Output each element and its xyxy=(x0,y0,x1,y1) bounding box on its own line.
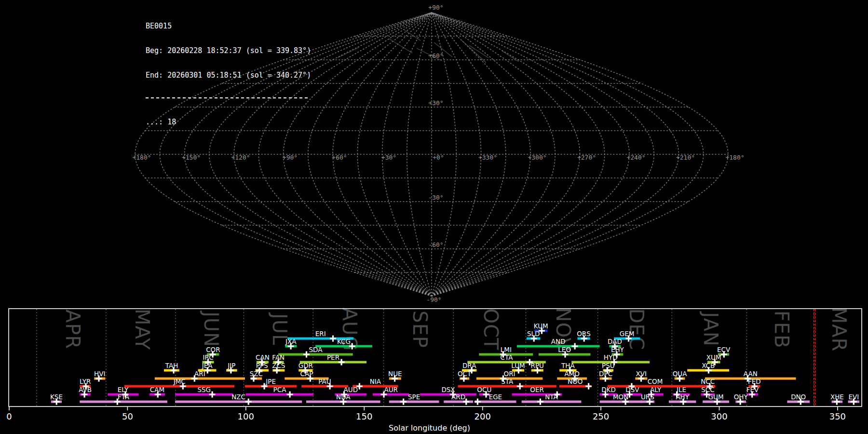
shower-bar-KCG xyxy=(315,345,372,348)
shower-code-label-SSG: SSG xyxy=(197,386,211,393)
shower-code-label-LUM: LUM xyxy=(511,362,525,369)
shower-code-label-JPE: JPE xyxy=(265,378,276,385)
session-id: BE0015 xyxy=(146,22,311,30)
shower-code-label-SCC: SCC xyxy=(701,386,714,393)
map-longitude-label: +180° xyxy=(132,154,151,161)
shower-code-label-FEV: FEV xyxy=(746,386,759,393)
shower-code-label-XHE: XHE xyxy=(830,393,844,401)
month-label: JUN xyxy=(200,310,222,347)
month-label: FEB xyxy=(771,311,793,349)
month-label: MAY xyxy=(131,309,153,350)
shower-code-label-GDR: GDR xyxy=(298,362,313,369)
shower-code-label-AUR: AUR xyxy=(384,386,398,393)
x-axis-tick-label: 200 xyxy=(475,411,491,421)
map-longitude-label: +300° xyxy=(528,154,546,161)
shower-code-label-DSX: DSX xyxy=(441,386,455,393)
shower-code-label-OCU: OCU xyxy=(477,386,491,393)
shower-code-label-PSU: PSU xyxy=(602,362,615,369)
separator-dashed-line xyxy=(146,97,308,98)
shower-peak-marker-PCA xyxy=(287,392,293,398)
map-latitude-label: -60° xyxy=(428,241,443,248)
shower-code-label-IRC: IRC xyxy=(203,353,213,361)
shower-code-label-ALY: ALY xyxy=(650,386,662,393)
shower-bar-SPE xyxy=(389,401,439,403)
shower-code-label-GUM: GUM xyxy=(708,393,724,401)
shower-code-label-AUD: AUD xyxy=(344,386,358,393)
shower-code-label-CTA: CTA xyxy=(501,353,514,361)
shower-code-label-PAU: PAU xyxy=(318,378,331,385)
shower-code-label-OHY: OHY xyxy=(734,393,748,401)
shower-code-label-MON: MON xyxy=(613,393,628,401)
shower-code-label-JXA: JXA xyxy=(285,338,297,345)
shower-peak-marker-NZC xyxy=(245,399,252,405)
shower-code-label-RPU: RPU xyxy=(531,362,544,369)
month-label: OCT xyxy=(480,309,502,351)
shower-peak-marker-NOO xyxy=(585,383,592,390)
shower-code-label-GEM: GEM xyxy=(620,330,635,338)
shower-code-label-EGE: EGE xyxy=(489,393,502,401)
shower-code-label-DKD: DKD xyxy=(601,386,616,393)
shower-code-label-PCA: PCA xyxy=(273,386,287,393)
shower-code-label-NCC: NCC xyxy=(701,378,715,385)
month-label: JAN xyxy=(700,311,722,346)
shower-code-label-EVI: EVI xyxy=(848,393,859,401)
info-header: BE0015 Beg: 20260228 18:52:37 (sol = 339… xyxy=(146,6,311,143)
shower-bar-PCA xyxy=(246,393,313,396)
shower-code-label-NDA: NDA xyxy=(336,393,351,401)
shower-code-label-DSV: DSV xyxy=(625,386,639,393)
shower-code-label-SZC: SZC xyxy=(250,370,263,378)
sky-map-and-activity-chart: +180°+150°+120°+90°+60°+30°+0°+330°+300°… xyxy=(0,0,868,434)
session-count: ...: 18 xyxy=(146,118,311,126)
shower-code-label-JEA: JEA xyxy=(202,362,213,369)
shower-code-label-ECV: ECV xyxy=(717,346,731,353)
map-pole-top-label: +90° xyxy=(428,4,443,11)
shower-bar-ARI xyxy=(155,378,245,380)
shower-code-label-QUA: QUA xyxy=(673,370,688,378)
shower-code-label-KUM: KUM xyxy=(534,322,548,330)
shower-code-label-DAD: DAD xyxy=(608,338,622,345)
shower-code-label-ARI: ARI xyxy=(194,370,205,378)
shower-code-label-NIA: NIA xyxy=(370,378,381,385)
shower-code-label-DPC: DPC xyxy=(599,370,612,378)
shower-bar-SSG xyxy=(175,393,233,396)
map-longitude-label: +60° xyxy=(332,154,347,161)
map-longitude-label: +30° xyxy=(381,154,396,161)
shower-code-label-AND: AND xyxy=(551,338,566,345)
shower-code-label-KCG: KCG xyxy=(337,338,351,345)
shower-code-label-JLE: JLE xyxy=(676,386,686,393)
shower-code-label-STA: STA xyxy=(501,378,514,385)
shower-bar-NTA xyxy=(522,401,582,403)
shower-code-label-JIP: JIP xyxy=(227,362,235,369)
map-longitude-label: +210° xyxy=(676,154,695,161)
map-longitude-label: +150° xyxy=(182,154,201,161)
shower-code-label-FAN: FAN xyxy=(272,353,285,361)
x-axis-tick-label: 100 xyxy=(238,411,254,421)
shower-code-label-NZC: NZC xyxy=(231,393,245,401)
shower-code-label-SLD: SLD xyxy=(527,330,540,338)
meteor-shower-plot: +180°+150°+120°+90°+60°+30°+0°+330°+300°… xyxy=(0,0,868,434)
shower-code-label-FTA: FTA xyxy=(118,393,130,401)
shower-code-label-AAN: AAN xyxy=(744,370,758,378)
month-label: SEP xyxy=(409,311,431,348)
map-pole-bottom-label: -90° xyxy=(426,296,441,303)
shower-code-label-DRA: DRA xyxy=(462,362,476,369)
session-end: End: 20260301 05:18:51 (sol = 340.27°) xyxy=(146,71,311,80)
shower-code-label-ARD: ARD xyxy=(451,393,465,401)
meteor-track-line xyxy=(338,47,359,58)
shower-code-label-XUM: XUM xyxy=(706,353,721,361)
shower-peak-marker-SPE xyxy=(400,399,407,405)
shower-bar-MON xyxy=(600,401,642,403)
map-longitude-label: +270° xyxy=(577,154,596,161)
shower-bar-NZC xyxy=(175,401,302,403)
shower-code-label-CAM: CAM xyxy=(150,386,164,393)
shower-peak-marker-ERI xyxy=(330,336,336,342)
shower-code-label-FED: FED xyxy=(748,378,761,385)
shower-code-label-ORI: ORI xyxy=(504,370,515,378)
shower-code-label-COR: COR xyxy=(206,346,220,353)
shower-code-label-OCT: OCT xyxy=(458,370,472,378)
shower-code-label-JMC: JMC xyxy=(173,378,186,385)
x-axis-tick-label: 350 xyxy=(829,411,846,421)
shower-code-label-ELY: ELY xyxy=(118,386,129,393)
shower-code-label-SPE: SPE xyxy=(408,393,420,401)
x-axis-tick-label: 250 xyxy=(593,411,609,421)
